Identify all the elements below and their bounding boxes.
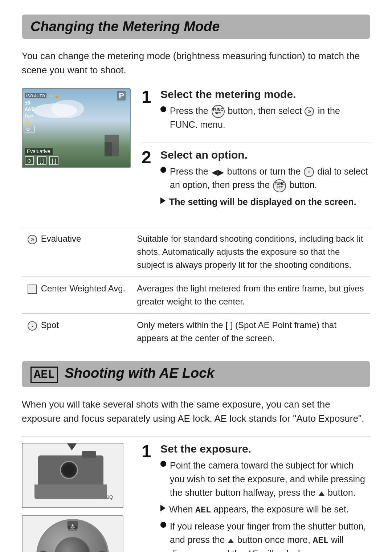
camera-screen: ±0 AWB ∮OFF ⚡ ⊙ ISO AUTO □ 🔒 P Evaluativ… [22,88,131,168]
spot-mode-icon: · [28,321,37,331]
ael-step1-title: Set the exposure. [160,443,370,455]
control-dial-inner: FUNC SET [54,537,91,552]
bottom-spot-icon: [·] [49,156,59,165]
camera-hud-top: ISO AUTO □ 🔒 P [25,91,128,101]
ael-text-label: AEL [195,505,211,515]
step2-content: Select an option. Press the ◀▶ buttons o… [160,149,370,212]
section1-content-row: ±0 AWB ∮OFF ⚡ ⊙ ISO AUTO □ 🔒 P Evaluativ… [22,88,370,220]
func-set-button-icon: FUNC SET [212,105,225,118]
center-mode-icon [28,285,37,294]
section2-intro: When you will take several shots with th… [22,397,370,426]
option-center-desc: Averages the light metered from the enti… [131,277,370,314]
camera-viewfinder [82,451,96,458]
metering-indicator: ⊙ [25,126,35,132]
ael-text-label2: AEL [313,536,328,545]
zoom-label: · ⊡Q [103,494,113,500]
ael-step1-bullet3-text: If you release your finger from the shut… [170,520,370,552]
evaluative-mode-icon: ⊙ [28,235,37,244]
step2: 2 Select an option. Press the ◀▶ buttons… [142,149,370,212]
option-row-evaluative: ⊙ Evaluative Suitable for standard shoot… [22,227,370,277]
camera-top-plate [38,455,103,484]
iso-indicator: ISO AUTO [25,93,46,98]
option-evaluative-desc: Suitable for standard shooting condition… [131,227,370,277]
bottom-eval-icon: ⊙ [25,156,34,165]
dial-icon: ○ [304,167,314,177]
ael-bullet3-circle-icon [160,522,166,528]
section1-header: Changing the Metering Mode [22,15,370,39]
ev-indicator: ±0 [25,100,35,106]
bullet-triangle-icon [160,197,166,204]
down-arrow-icon [65,443,78,450]
step2-bullet1: Press the ◀▶ buttons or turn the ○ dial … [160,165,370,192]
bullet-circle2-icon [160,167,166,173]
bullet-circle-icon [160,106,166,112]
step1-number: 1 [142,88,155,106]
ael-steps-area: 1 Set the exposure. Point the camera tow… [142,443,370,552]
option-spot-label: · Spot [22,314,131,350]
ael-control-dial-image: ▲ ISO FUNC SET ◀ ▶ ⊡ [22,515,123,552]
dial-right-button: ▶ [97,551,107,552]
option-evaluative-label: ⊙ Evaluative [22,227,131,277]
ael-step1-content: Set the exposure. Point the camera towar… [160,443,370,552]
control-dial-wrapper: ▲ ISO FUNC SET ◀ ▶ ⊡ [36,519,109,552]
ael-step1-bullet2: When AEL appears, the exposure will be s… [160,503,370,517]
ael-step1-bullet1: Point the camera toward the subject for … [160,459,370,500]
step-divider [142,143,370,143]
aspect-indicator: □ [49,94,52,98]
metering-eval-icon: ⊙ [305,107,314,116]
mode-indicator: P [117,91,126,101]
dial-left-button: ◀ [38,551,48,552]
step1-bullet1-text: Press the FUNC SET button, then select ⊙… [170,104,370,132]
ael-content-row: · ⊡Q ▲ ISO FUNC SET [22,443,370,552]
step2-bullet2-text: The setting will be displayed on the scr… [169,195,356,209]
up-triangle-button2-icon [228,539,234,543]
lr-arrows-icon: ◀▶ [212,166,224,178]
bottom-icons: ⊙ [ ] [·] [25,156,128,165]
func-set-button2-icon: FUNC SET [273,179,286,192]
ael-step1-number: 1 [142,443,155,460]
control-dial: ▲ ISO FUNC SET ◀ ▶ ⊡ [36,519,109,552]
zoff-indicator: ∮OFF [25,113,35,118]
option-spot-desc: Only meters within the [ ] (Spot AE Poin… [131,314,370,350]
ael-step1-bullet1-text: Point the camera toward the subject for … [170,459,370,500]
up-triangle-button-icon [319,491,324,496]
step1-content: Select the metering mode. Press the FUNC… [160,88,370,135]
evaluative-label: Evaluative [25,148,53,155]
steps-area: 1 Select the metering mode. Press the FU… [142,88,370,220]
page-content: Changing the Metering Mode You can chang… [0,0,392,552]
camera-hud-left: ±0 AWB ∮OFF ⚡ ⊙ [25,100,35,132]
camera-illustration: · ⊡Q [31,448,114,503]
stabilize-indicator: 🔒 [54,94,60,98]
section1-intro: You can change the metering mode (bright… [22,49,370,77]
bottom-center-icon: [ ] [37,156,46,165]
ael-prefix: AEL [30,367,58,383]
option-row-spot: · Spot Only meters within the [ ] (Spot … [22,314,370,350]
ael-images-column: · ⊡Q ▲ ISO FUNC SET [22,443,131,552]
evaluative-text: Evaluative [41,234,81,244]
ael-camera-top-image: · ⊡Q [22,443,123,508]
step1-bullet1: Press the FUNC SET button, then select ⊙… [160,104,370,132]
option-row-center: Center Weighted Avg. Averages the light … [22,277,370,314]
step2-bullet1-text: Press the ◀▶ buttons or turn the ○ dial … [170,165,370,192]
section2-divider [22,437,370,437]
options-table: ⊙ Evaluative Suitable for standard shoot… [22,227,370,350]
section2-title-text: Shooting with AE Lock [65,365,214,381]
camera-background: ±0 AWB ∮OFF ⚡ ⊙ ISO AUTO □ 🔒 P Evaluativ… [23,89,130,167]
ael-top-image-wrapper: · ⊡Q [22,443,131,508]
center-text: Center Weighted Avg. [41,283,126,293]
step1-title: Select the metering mode. [160,88,370,101]
step2-number: 2 [142,149,155,166]
section2-title: AEL Shooting with AE Lock [30,365,362,383]
step2-bullet2: The setting will be displayed on the scr… [160,195,370,209]
option-center-label: Center Weighted Avg. [22,277,131,314]
ael-step1-bullet3: If you release your finger from the shut… [160,520,370,552]
ael-step1: 1 Set the exposure. Point the camera tow… [142,443,370,552]
camera-lens-icon [60,461,78,479]
ael-step1-bullet2-text: When AEL appears, the exposure will be s… [169,503,349,517]
step1: 1 Select the metering mode. Press the FU… [142,88,370,135]
flash-indicator: ⚡ [25,119,35,125]
spot-text: Spot [41,320,59,330]
camera-bottom-plate [34,484,107,499]
section1-title: Changing the Metering Mode [30,19,362,34]
step2-title: Select an option. [160,149,370,161]
